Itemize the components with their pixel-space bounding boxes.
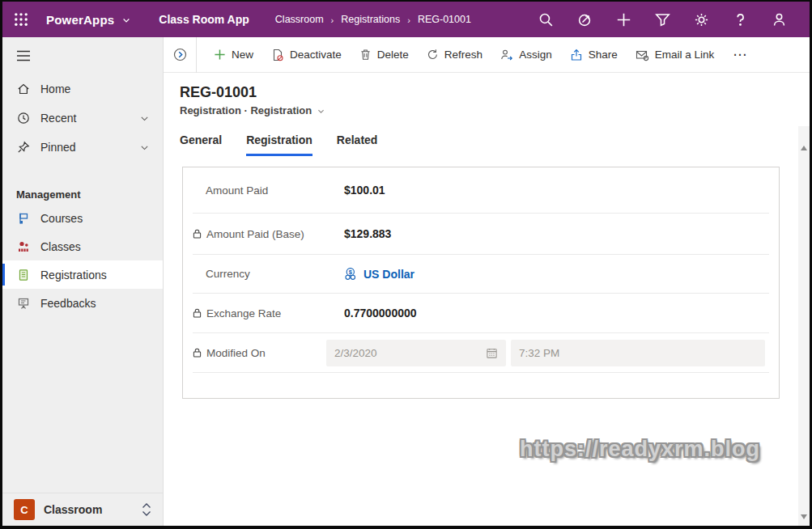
- sidebar-item-recent[interactable]: Recent: [2, 104, 163, 133]
- field-label: Amount Paid (Base): [193, 228, 326, 240]
- main-area: New Deactivate Delete: [164, 37, 810, 526]
- classes-icon: [16, 240, 31, 253]
- command-bar: New Deactivate Delete: [164, 37, 810, 73]
- refresh-icon: [427, 49, 439, 61]
- sidebar: Home Recent Pinned Manag: [2, 37, 164, 526]
- share-icon: [570, 49, 583, 61]
- watermark-text: https://readyxrm.blog: [520, 437, 760, 462]
- record-page: REG-01001 Registration · Registration Ge…: [164, 73, 810, 526]
- expand-commandbar-icon[interactable]: [164, 37, 196, 73]
- record-subtitle-text: Registration · Registration: [180, 104, 312, 116]
- area-switch-chevrons-icon: [142, 503, 151, 516]
- email-link-button[interactable]: Email a Link: [627, 37, 724, 73]
- sidebar-item-courses[interactable]: Courses: [2, 204, 163, 232]
- account-person-icon[interactable]: [759, 2, 798, 37]
- field-label: Amount Paid: [193, 184, 326, 197]
- search-icon[interactable]: [526, 2, 565, 37]
- vertical-scrollbar[interactable]: [798, 126, 810, 526]
- hamburger-menu-icon[interactable]: [2, 37, 41, 74]
- sidebar-item-label: Classes: [40, 240, 81, 253]
- sidebar-item-registrations[interactable]: Registrations: [2, 260, 163, 289]
- currency-icon: $: [344, 267, 358, 281]
- tab-related[interactable]: Related: [337, 133, 378, 156]
- record-subtitle: Registration · Registration: [180, 104, 810, 116]
- chevron-down-icon[interactable]: [139, 142, 150, 153]
- trash-icon: [359, 49, 372, 61]
- home-icon: [16, 83, 30, 95]
- email-link-icon: [636, 49, 649, 61]
- breadcrumb-area[interactable]: Classroom: [275, 14, 324, 25]
- brand-logo-text: PowerApps: [46, 13, 114, 27]
- field-row-amount-paid: Amount Paid $100.01: [193, 167, 769, 214]
- field-row-amount-paid-base: Amount Paid (Base) $129.883: [193, 214, 769, 255]
- sidebar-item-pinned[interactable]: Pinned: [2, 133, 163, 162]
- sidebar-item-label: Feedbacks: [40, 297, 96, 310]
- breadcrumb-entity[interactable]: Registrations: [341, 14, 400, 25]
- assign-person-icon: [500, 49, 513, 61]
- currency-link[interactable]: US Dollar: [363, 268, 415, 281]
- currency-lookup-value[interactable]: $ US Dollar: [326, 267, 415, 281]
- commandbar-divider: [196, 37, 197, 73]
- topbar-icon-group: [526, 2, 810, 37]
- sidebar-item-feedbacks[interactable]: Feedbacks: [2, 289, 163, 317]
- new-button[interactable]: New: [205, 37, 262, 73]
- sidebar-item-label: Recent: [40, 112, 76, 125]
- feedbacks-icon: [16, 297, 31, 310]
- waffle-menu-icon[interactable]: [2, 2, 40, 37]
- svg-text:$: $: [349, 269, 353, 276]
- amount-paid-value[interactable]: $100.01: [326, 184, 385, 197]
- refresh-button[interactable]: Refresh: [418, 37, 491, 73]
- clock-icon: [16, 112, 30, 125]
- breadcrumb-record[interactable]: REG-01001: [418, 14, 471, 25]
- deactivate-icon: [271, 49, 284, 61]
- modified-on-value: 2/3/2020 7:32 PM: [326, 340, 765, 366]
- amount-paid-base-value: $129.883: [326, 227, 391, 240]
- tab-registration[interactable]: Registration: [246, 133, 312, 156]
- breadcrumb: Classroom › Registrations › REG-01001: [275, 14, 471, 25]
- deactivate-button[interactable]: Deactivate: [262, 37, 351, 73]
- breadcrumb-separator-icon: ›: [331, 15, 334, 25]
- field-label: Modified On: [193, 347, 326, 359]
- field-label: Currency: [193, 268, 326, 280]
- help-icon[interactable]: [721, 2, 759, 37]
- modified-on-date-input: 2/3/2020: [326, 340, 506, 366]
- more-commands-icon[interactable]: ⋯: [723, 46, 758, 63]
- top-navigation-bar: PowerApps Class Room App Classroom › Reg…: [2, 2, 810, 37]
- field-row-modified-on: Modified On 2/3/2020 7:32 PM: [193, 333, 769, 373]
- chevron-down-icon[interactable]: [139, 113, 150, 124]
- sidebar-item-label: Courses: [40, 212, 83, 225]
- sidebar-item-home[interactable]: Home: [2, 74, 163, 104]
- form-selector-chevron-icon[interactable]: [317, 107, 325, 116]
- plus-icon[interactable]: [604, 2, 643, 37]
- sidebar-item-label: Home: [40, 83, 70, 95]
- assign-button[interactable]: Assign: [491, 37, 561, 73]
- app-name[interactable]: Class Room App: [159, 13, 249, 26]
- field-label: Exchange Rate: [193, 307, 326, 320]
- area-badge: C: [14, 499, 35, 520]
- calendar-icon: [486, 347, 498, 359]
- sidebar-item-classes[interactable]: Classes: [2, 232, 163, 260]
- app-window: PowerApps Class Room App Classroom › Reg…: [0, 0, 812, 529]
- registrations-icon: [16, 269, 31, 281]
- field-row-exchange-rate: Exchange Rate 0.7700000000: [193, 294, 769, 333]
- form-tabs: General Registration Related: [180, 133, 810, 156]
- filter-icon[interactable]: [643, 2, 682, 37]
- sidebar-item-label: Pinned: [40, 141, 76, 154]
- brand-chevron-down-icon[interactable]: [121, 15, 131, 25]
- card-filler: [183, 373, 779, 398]
- quick-create-compass-icon[interactable]: [565, 2, 604, 37]
- breadcrumb-separator-icon: ›: [407, 15, 410, 25]
- modified-on-time-input: 7:32 PM: [511, 340, 765, 366]
- share-button[interactable]: Share: [561, 37, 627, 73]
- tab-general[interactable]: General: [180, 133, 222, 156]
- new-plus-icon: [214, 49, 226, 61]
- page-title: REG-01001: [180, 84, 810, 101]
- pin-icon: [16, 141, 30, 154]
- field-row-currency: Currency $ US Dollar: [193, 255, 769, 294]
- area-switcher[interactable]: C Classroom: [2, 493, 163, 526]
- lock-icon: [193, 348, 202, 358]
- settings-gear-icon[interactable]: [682, 2, 721, 37]
- delete-button[interactable]: Delete: [351, 37, 418, 73]
- scroll-down-arrow-icon[interactable]: [801, 514, 807, 519]
- scroll-up-arrow-icon[interactable]: [801, 146, 807, 150]
